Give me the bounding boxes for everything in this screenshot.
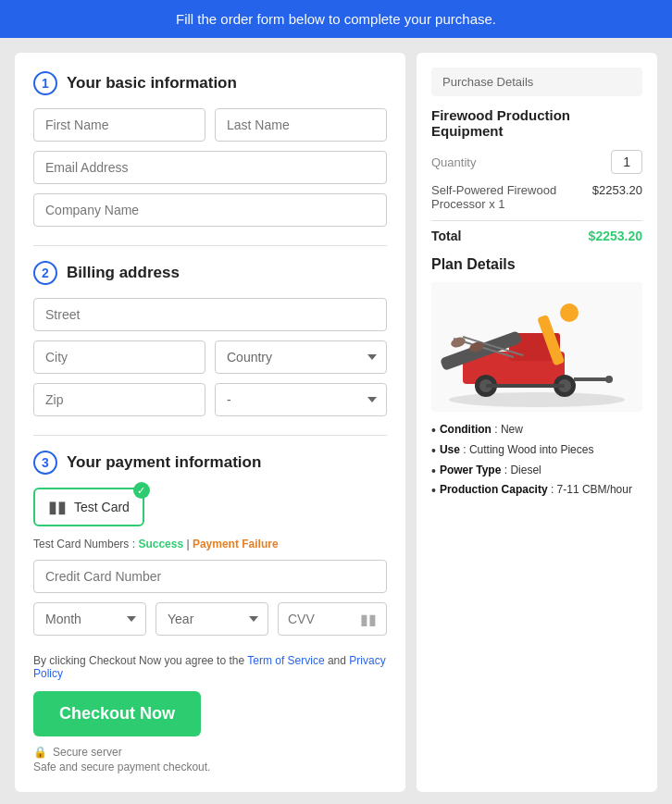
left-panel: 1 Your basic information [15,53,405,792]
first-name-input[interactable] [33,108,205,142]
terms-text: By clicking Checkout Now you agree to th… [33,654,387,680]
city-country-row: Country [33,340,387,374]
last-name-input[interactable] [215,108,387,142]
section3-title: Your payment information [67,453,261,472]
product-title: Firewood Production Equipment [431,107,642,139]
email-row [33,151,387,184]
bullet-list: Condition : NewUse : Cutting Wood into P… [431,423,642,499]
bullet-item: Power Type : Diesel [431,464,642,479]
quantity-value: 1 [611,150,642,174]
section3-number: 3 [33,451,57,475]
year-select[interactable]: Year 202420252026 202720282029 [156,602,268,636]
total-price: $2253.20 [589,229,642,243]
test-card-numbers: Test Card Numbers : Success | Payment Fa… [33,538,387,550]
credit-card-input[interactable] [33,560,387,593]
check-badge: ✓ [133,482,150,499]
credit-card-icon: ▮▮ [48,497,67,517]
month-select[interactable]: Month 010203 040506 070809 101112 [33,602,146,636]
name-row [33,108,387,142]
bullet-item: Use : Cutting Wood into Pieces [431,443,642,459]
section2-title: Billing address [67,264,180,282]
card-option[interactable]: ▮▮ Test Card ✓ [33,488,144,526]
right-panel: Purchase Details Firewood Production Equ… [417,53,657,792]
product-image [431,282,642,412]
svg-point-7 [560,303,579,322]
section2-header: 2 Billing address [33,261,387,285]
svg-point-16 [605,376,613,383]
cvv-card-icon: ▮▮ [360,611,377,628]
item-name: Self-Powered Firewood Processor x 1 [431,183,592,211]
section1-title: Your basic information [67,74,237,93]
cvv-input[interactable] [288,603,360,635]
street-input[interactable] [33,298,387,331]
company-row [33,193,387,227]
svg-point-0 [449,392,625,407]
secure-info: 🔒 Secure server [33,746,387,759]
secure-subtext: Safe and secure payment checkout. [33,761,387,773]
cvv-wrapper: ▮▮ [278,602,387,636]
company-input[interactable] [33,193,387,227]
section1-number: 1 [33,71,57,95]
section1-header: 1 Your basic information [33,71,387,95]
quantity-row: Quantity 1 [431,150,642,174]
country-select[interactable]: Country [215,340,387,374]
total-row: Total $2253.20 [431,220,642,243]
tos-link[interactable]: Term of Service [247,654,324,667]
item-price: $2253.20 [592,183,642,197]
bullet-item: Production Capacity : 7-11 CBM/hour [431,483,642,499]
checkout-button[interactable]: Checkout Now [33,691,201,736]
zip-state-row: - [33,383,387,416]
section3-header: 3 Your payment information [33,451,387,475]
plan-details-title: Plan Details [431,256,642,273]
bullet-item: Condition : New [431,423,642,439]
state-select[interactable]: - [215,383,387,416]
failure-link[interactable]: Payment Failure [193,538,279,550]
lock-icon: 🔒 [33,746,47,759]
street-row [33,298,387,331]
city-input[interactable] [33,340,205,374]
section2-number: 2 [33,261,57,285]
cc-number-row [33,560,387,593]
section-payment: 3 Your payment information ▮▮ Test Card … [33,451,387,636]
top-banner: Fill the order form below to complete yo… [0,0,672,38]
success-link[interactable]: Success [138,538,183,550]
card-option-label: Test Card [74,500,130,514]
quantity-label: Quantity [431,155,476,169]
product-svg [435,287,639,407]
banner-text: Fill the order form below to complete yo… [176,11,496,27]
total-label: Total [431,229,461,243]
month-year-cvv-row: Month 010203 040506 070809 101112 Year 2… [33,602,387,636]
section-basic-info: 1 Your basic information [33,71,387,227]
item-row: Self-Powered Firewood Processor x 1 $225… [431,183,642,211]
section-billing: 2 Billing address Country - [33,261,387,416]
zip-input[interactable] [33,383,205,416]
purchase-header: Purchase Details [431,68,642,96]
email-input[interactable] [33,151,387,184]
